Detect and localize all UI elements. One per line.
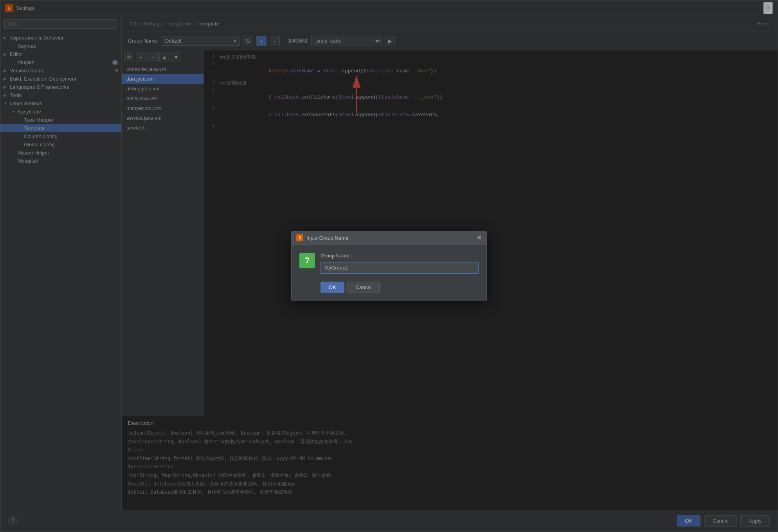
dialog-group-name-input[interactable]: [321, 262, 478, 273]
dialog-ok-button[interactable]: OK: [321, 282, 344, 293]
dialog-buttons: OK Cancel: [299, 282, 479, 293]
dialog-title-content: S Input Group Name:: [296, 234, 350, 241]
dialog-close-button[interactable]: ✕: [477, 235, 482, 241]
dialog-input-wrapper: [321, 262, 479, 274]
dialog-title-text: Input Group Name:: [306, 235, 350, 241]
dialog-app-icon: S: [296, 234, 303, 241]
dialog-question-icon: ?: [299, 253, 315, 268]
settings-window: S Settings ✕ ▶ Appearance & Behavior Key…: [0, 0, 778, 532]
dialog-icon-row: ? Group Name:: [299, 253, 479, 274]
dialog-cancel-button[interactable]: Cancel: [348, 282, 380, 293]
dialog-overlay: S Input Group Name: ✕ ? Group Name: O: [0, 0, 778, 532]
dialog-form: Group Name:: [321, 253, 479, 274]
input-group-dialog: S Input Group Name: ✕ ? Group Name: O: [291, 231, 487, 301]
dialog-title-bar: S Input Group Name: ✕: [292, 231, 486, 245]
dialog-body: ? Group Name: OK Cancel: [292, 245, 486, 301]
dialog-field-label: Group Name:: [321, 253, 479, 259]
